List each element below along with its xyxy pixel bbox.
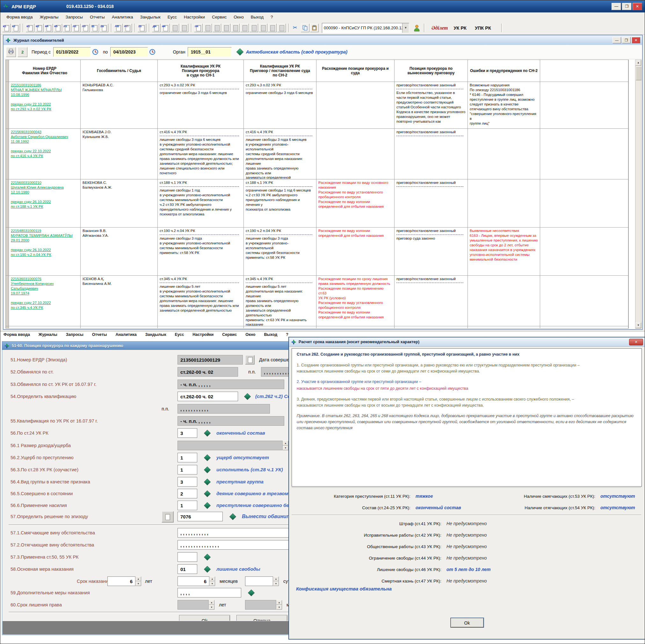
organ-input[interactable]: 1915__01	[188, 47, 232, 57]
copy-button[interactable]	[301, 24, 309, 32]
toolbar-button-ан[interactable]: ан	[161, 24, 170, 32]
menu-item-сервис[interactable]: Сервис	[222, 333, 237, 337]
ukrk-link[interactable]: УК РК	[453, 25, 466, 31]
toolbar-button-2а[interactable]: 2а	[100, 24, 109, 32]
cell-erdr-number[interactable]: 221510031001406	[9, 326, 81, 329]
decision-picker-button[interactable]	[162, 511, 174, 522]
lookup-diamond-icon[interactable]	[244, 393, 251, 400]
close-button[interactable]: ✕	[633, 3, 642, 10]
toolbar-button-blank[interactable]	[240, 24, 249, 32]
toolbar-button-blank[interactable]	[171, 24, 179, 32]
paste-button[interactable]	[310, 24, 319, 32]
row-selector[interactable]	[6, 276, 9, 326]
spin-up-icon[interactable]: ▲	[209, 577, 215, 581]
vertical-scrollbar[interactable]: ▲ ▼	[635, 59, 642, 329]
row-selector[interactable]	[6, 227, 9, 275]
menu-item-форма-ввода[interactable]: Форма ввода	[3, 333, 30, 337]
years-stepper[interactable]: ▲▼	[209, 600, 214, 610]
field-56-2-input[interactable]: 1	[178, 453, 197, 462]
spin-down-icon[interactable]: ▼	[136, 581, 141, 586]
field-56-4-input[interactable]: 3	[178, 477, 197, 486]
toolbar-button-е4[interactable]: е4	[44, 24, 53, 32]
menu-item-настройки[interactable]: Настройки	[193, 333, 214, 337]
cell-erdr-number[interactable]: 221569031000043 Акботаев Серикбол Оразал…	[9, 129, 81, 179]
lookup-diamond-icon[interactable]	[204, 479, 211, 485]
toolbar-button-е1[interactable]: е1	[26, 24, 34, 32]
field-56-input[interactable]: 3	[178, 428, 197, 438]
row-selector[interactable]	[6, 82, 9, 129]
spin-down-icon[interactable]: ▼	[209, 581, 215, 586]
cell-erdr-number[interactable]: 221548031000119 МУРАТОВ ТЕМИРЛАН АЗАМАТЎ…	[9, 227, 81, 275]
amount-stepper[interactable]: ▲▼	[283, 441, 288, 450]
journal-close-button[interactable]: ✕	[632, 37, 640, 43]
adilet-link[interactable]: Әділет	[431, 25, 448, 31]
field-52-input[interactable]: ст.262-00 ч. 02	[178, 367, 238, 377]
menu-item-аналитика[interactable]: Аналитика	[109, 15, 137, 19]
toolbar-button-blank[interactable]	[268, 24, 277, 32]
scroll-up-icon[interactable]: ▲	[635, 60, 641, 66]
toolbar-button-АВ[interactable]: АВ	[114, 24, 123, 32]
toolbar-button-2з[interactable]: 2з	[138, 24, 146, 32]
deprivation-months-input[interactable]	[245, 600, 276, 610]
menu-item-еусс[interactable]: Еусс	[175, 333, 184, 337]
erdr-link[interactable]: 221560031000210 Шугалей Юлия Александров…	[11, 180, 78, 209]
period-from-input[interactable]: 01/10/2022	[53, 47, 91, 57]
lookup-diamond-icon[interactable]	[204, 466, 211, 473]
toolbar-button-blank[interactable]	[222, 24, 230, 32]
menu-item-зандылык[interactable]: Зандылык	[145, 333, 166, 337]
term-months-input[interactable]: 6	[178, 577, 209, 586]
spin-down-icon[interactable]: ▼	[209, 605, 214, 610]
toolbar-button-дн[interactable]: дн	[152, 24, 161, 32]
upkrk-link[interactable]: УПК РК	[475, 25, 491, 31]
menu-item-настройки[interactable]: Настройки	[180, 15, 208, 19]
journal-maximize-button[interactable]: ❐	[622, 37, 631, 43]
column-header[interactable]: Номер ЕРДР Фамилия Имя Отчество	[9, 60, 81, 81]
spin-up-icon[interactable]: ▲	[136, 577, 141, 581]
toolbar-button-blank[interactable]	[231, 24, 240, 32]
toolbar-button-е2[interactable]: е2	[35, 24, 44, 32]
lookup-diamond-icon[interactable]	[248, 590, 255, 596]
lookup-diamond-icon[interactable]	[204, 490, 211, 497]
lookup-diamond-icon[interactable]	[204, 566, 211, 573]
toolbar-button-blank[interactable]	[277, 24, 286, 32]
menu-item-отчеты[interactable]: Отчеты	[86, 15, 109, 19]
row-selector[interactable]	[6, 326, 9, 329]
column-header[interactable]: Расхождение позиции прокурора и суда	[316, 60, 395, 81]
chevron-down-icon[interactable]: ▼	[402, 23, 409, 33]
column-header[interactable]: Квалификация УК РК Приговор / постановле…	[244, 60, 316, 81]
field-51-input[interactable]: 213500121000129	[178, 355, 243, 365]
row-selector[interactable]	[6, 129, 9, 179]
spin-up-icon[interactable]: ▲	[276, 600, 282, 605]
toolbar-button-к2[interactable]: к2	[11, 24, 20, 32]
menu-item-зандылык[interactable]: Зандылык	[137, 15, 164, 19]
spin-up-icon[interactable]: ▲	[209, 600, 214, 605]
dialog-close-button[interactable]: ✕	[629, 339, 643, 346]
toolbar-button-л2[interactable]: л2	[72, 24, 81, 32]
toolbar-button-е5[interactable]: е5	[53, 24, 62, 32]
menu-item-окно[interactable]: Окно	[230, 15, 247, 19]
toolbar-button-blank[interactable]	[180, 24, 188, 32]
field-56-1-input[interactable]	[178, 441, 283, 450]
erdr-link[interactable]: 221548031000119 МУРАТОВ ТЕМИРЛАН АЗАМАТЎ…	[11, 228, 78, 257]
column-header[interactable]: Квалификация УК РК Позиция прокурора в с…	[158, 60, 244, 81]
toolbar-button-blank[interactable]	[203, 24, 212, 32]
erdr-link[interactable]: 221536031000076 Утепбергенов Копжурсин С…	[11, 276, 78, 310]
spin-down-icon[interactable]: ▼	[283, 445, 288, 450]
user-icon[interactable]	[414, 24, 420, 31]
field-56-3-input[interactable]: 1	[178, 465, 197, 474]
minimize-button[interactable]: —	[612, 3, 621, 10]
calendar-icon[interactable]	[149, 49, 156, 55]
toolbar-button-blank[interactable]	[259, 24, 267, 32]
column-header[interactable]: Ошибки и предупреждения по СН-2	[468, 60, 540, 81]
erdr-link[interactable]: 221510031001186 МЎНАЛ ЖЈНБЕК МЎНАЛЎЛЫ 10…	[11, 83, 78, 112]
journal-minimize-button[interactable]: —	[613, 37, 621, 43]
menu-item-журналы[interactable]: Журналы	[39, 333, 57, 337]
field-53-input[interactable]: - ч. п.п. , , , , ,	[178, 380, 284, 389]
cell-erdr-number[interactable]: 221560031000210 Шугалей Юлия Александров…	[9, 179, 81, 227]
term-days-input[interactable]	[245, 577, 273, 586]
lookup-diamond-icon[interactable]	[229, 513, 236, 520]
menu-item-журналы[interactable]: Журналы	[36, 15, 62, 19]
export-button[interactable]: 2	[17, 47, 27, 57]
lookup-diamond-icon[interactable]	[204, 430, 211, 437]
field-57-3-input[interactable]	[178, 552, 197, 562]
